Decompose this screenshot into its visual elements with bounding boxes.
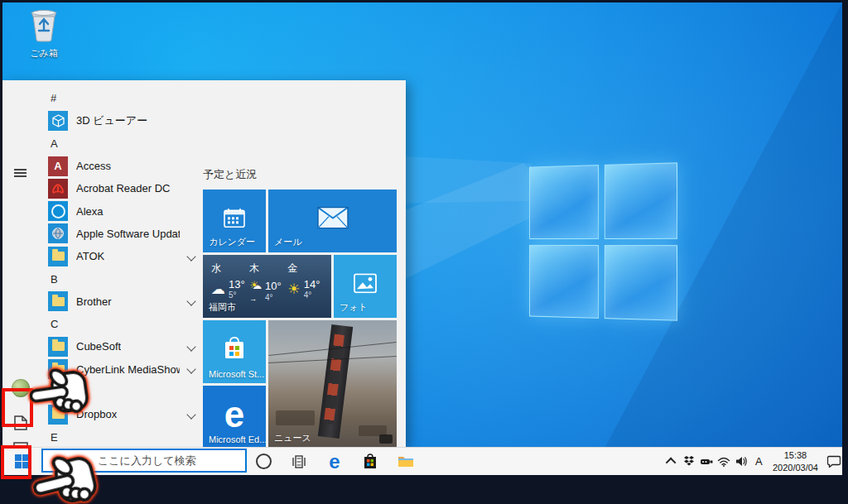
weather-day-data: ☀14°4°	[288, 279, 326, 300]
tile-weather[interactable]: 水☁13°5°木☀☁→10°4°金☀14°4°福岡市	[203, 255, 331, 318]
recycle-bin-icon	[28, 9, 60, 42]
recycle-bin[interactable]: ごみ箱	[17, 9, 70, 60]
system-tray: A 15:38 2020/03/04	[663, 448, 842, 475]
weather-cloudy-icon: ☁	[211, 281, 225, 298]
tile-edge[interactable]: eMicrosoft Ed...	[203, 386, 266, 448]
tile-group-header: 予定と近況	[203, 167, 257, 182]
desktop-screen: ごみ箱 ⚙ #3D ビューアーAAAccessAcrobat Reader DC…	[2, 2, 842, 475]
weather-temps: 10°4°	[265, 281, 282, 301]
tile-news[interactable]: ニュース	[268, 320, 397, 448]
edge-button[interactable]: e	[324, 451, 345, 473]
clock-time: 15:38	[773, 449, 818, 461]
weather-low: 5°	[229, 290, 245, 300]
tile-label: カレンダー	[209, 236, 255, 248]
weather-high: 14°	[304, 279, 320, 290]
pointer-hand-settings	[26, 361, 99, 427]
weather-forecast: 水☁13°5°木☀☁→10°4°金☀14°4°	[211, 262, 326, 304]
tile-label: フォト	[340, 301, 368, 314]
weather-high: 13°	[229, 279, 245, 290]
weather-day: 金☀14°4°	[288, 262, 326, 304]
weather-sunny-icon: ☀	[288, 281, 301, 298]
recycle-bin-label: ごみ箱	[17, 47, 70, 60]
file-explorer-icon	[398, 454, 414, 468]
tile-label: Microsoft Ed...	[209, 434, 266, 444]
search-placeholder: ここに入力して検索	[98, 454, 196, 468]
weather-day: 木☀☁→10°4°	[249, 262, 287, 304]
news-source-badge	[379, 434, 393, 444]
weather-high: 10°	[265, 281, 282, 292]
store-icon	[363, 454, 378, 470]
ime-indicator[interactable]: A	[752, 448, 766, 475]
cortana-button[interactable]	[253, 451, 274, 473]
weather-day: 水☁13°5°	[211, 262, 249, 304]
weather-day-label: 木	[249, 262, 287, 276]
weather-temps: 14°4°	[304, 279, 320, 300]
windows-logo-pane	[529, 165, 599, 238]
task-view-button[interactable]	[288, 451, 310, 473]
taskbar: ここに入力して検索 e	[2, 447, 842, 475]
edge-icon: e	[329, 452, 340, 472]
news-photo-debris	[276, 410, 315, 426]
device-tray-icon[interactable]	[700, 448, 714, 475]
taskbar-clock[interactable]: 15:38 2020/03/04	[773, 449, 818, 473]
windows-logo-pane	[604, 162, 677, 238]
tray-chevron-up-icon[interactable]	[665, 448, 679, 475]
tile-calendar[interactable]: カレンダー	[203, 190, 266, 252]
tile-store[interactable]: Microsoft St...	[203, 320, 266, 383]
weather-day-label: 水	[211, 262, 249, 276]
file-explorer-button[interactable]	[395, 451, 417, 473]
action-center-icon[interactable]	[826, 448, 841, 475]
tile-photos[interactable]: フォト	[334, 255, 397, 318]
store-button[interactable]	[359, 451, 381, 473]
weather-low: 4°	[304, 290, 320, 300]
highlight-box-settings	[2, 388, 33, 427]
windows-logo-pane	[604, 245, 677, 321]
tile-label: Microsoft St...	[209, 369, 264, 379]
weather-day-label: 金	[288, 262, 326, 276]
dropbox-tray-icon[interactable]	[682, 448, 696, 475]
windows-logo-pane	[529, 244, 599, 318]
windows-desktop: { "desktop": { "recycle_bin_label": "ごみ箱…	[0, 0, 848, 504]
tile-label: 福岡市	[209, 301, 236, 314]
tile-mail[interactable]: メール	[268, 190, 397, 252]
volume-icon[interactable]	[735, 448, 749, 475]
windows-logo	[529, 162, 677, 320]
wifi-icon[interactable]	[717, 448, 731, 475]
tile-label: ニュース	[274, 432, 311, 444]
tile-label: メール	[274, 236, 302, 248]
cortana-icon	[256, 454, 272, 469]
clock-date: 2020/03/04	[773, 462, 818, 473]
weather-day-data: ☀☁→10°4°	[249, 279, 287, 304]
weather-partly-cloudy-icon: ☀☁→	[249, 279, 262, 304]
weather-temps: 13°5°	[229, 279, 245, 300]
weather-day-data: ☁13°5°	[211, 279, 249, 300]
task-view-icon	[292, 454, 306, 469]
news-photo-pole	[318, 324, 354, 439]
weather-low: 4°	[265, 293, 282, 302]
